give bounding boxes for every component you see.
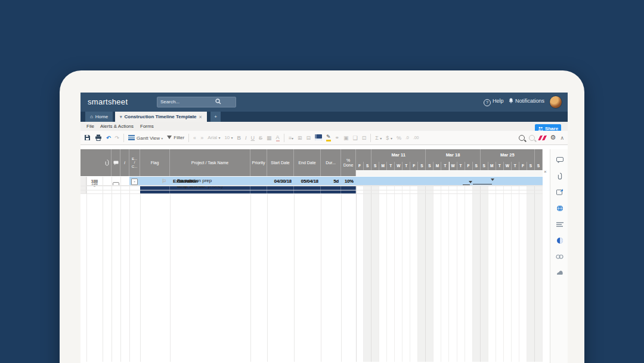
font-size-dropdown[interactable]: 10 ▾ (224, 135, 233, 140)
sum-dropdown[interactable]: Σ ▾ (375, 135, 382, 141)
divider (284, 134, 284, 142)
wrap-text-button[interactable]: ⊞ (298, 135, 302, 141)
collapse-toolbar-icon[interactable]: ∧ (560, 135, 564, 141)
grid-settings-button[interactable] (315, 134, 322, 141)
percent-button[interactable]: % (397, 135, 401, 141)
table-row[interactable]: 164⚐Backfill (80, 177, 543, 186)
gridline (250, 177, 251, 362)
gantt-weekend-stripe (395, 177, 402, 362)
column-header-days[interactable]: Dur... (321, 149, 341, 176)
zoom-in-icon[interactable] (529, 135, 535, 141)
sheet-header: iE.../C...FlagProject / Task NamePriorit… (80, 149, 550, 176)
dynamic-view-icon[interactable] (556, 236, 564, 244)
menu-alerts-actions[interactable]: Alerts & Actions (100, 124, 134, 129)
zoom-out-icon[interactable] (519, 135, 525, 141)
critical-path-icon[interactable] (538, 136, 547, 140)
attachments-icon[interactable] (556, 172, 564, 180)
help-button[interactable]: ?Help (484, 98, 504, 106)
row-number[interactable]: 164 (86, 177, 103, 186)
cell-link-button[interactable]: ⊡ (362, 135, 367, 141)
gantt-close-icon[interactable]: × (544, 169, 549, 174)
column-header-name[interactable]: Project / Task Name (170, 149, 250, 176)
gridline (112, 177, 112, 362)
proofs-icon[interactable] (556, 188, 564, 196)
row-handle[interactable] (80, 177, 86, 186)
column-header-pri[interactable]: Priority (250, 149, 267, 176)
column-header-c1[interactable] (103, 149, 112, 176)
column-header-done[interactable]: % Done (341, 149, 356, 176)
column-header-end[interactable]: End Date (294, 149, 321, 176)
tab-construction-timeline-template[interactable]: ▾ Construction Timeline Template × (115, 112, 207, 122)
highlight-changes-button[interactable]: ✎ (326, 134, 331, 141)
outdent-icon[interactable]: « (193, 135, 196, 141)
gantt-day-header: S (535, 162, 543, 170)
sheet-tab-bar: ⌂Home ▾ Construction Timeline Template ×… (80, 112, 568, 122)
decrease-decimal-button[interactable]: .0 (405, 136, 409, 140)
add-tab-button[interactable]: + (210, 112, 221, 122)
notifications-button[interactable]: Notifications (509, 98, 544, 104)
gantt-week-header: Mar 11 (371, 149, 426, 162)
font-dropdown[interactable]: Arial ▾ (208, 135, 220, 140)
comment-button[interactable]: ❑ (353, 135, 358, 141)
tab-home[interactable]: ⌂Home (85, 112, 113, 122)
activity-log-icon[interactable] (556, 220, 564, 228)
sheet-body: 5PROJECT NO.PROJECT NAMEPRISTARTENDDAYS%… (80, 177, 550, 362)
increase-decimal-button[interactable]: .00 (413, 136, 419, 140)
gantt-day-header: S (418, 162, 426, 170)
gantt-day-header: W (504, 162, 512, 170)
column-header-c2[interactable] (112, 149, 120, 176)
connections-icon[interactable] (556, 253, 564, 260)
filter-button[interactable]: Filter (167, 135, 184, 140)
print-icon[interactable] (95, 134, 102, 141)
summary-icon[interactable] (556, 269, 564, 276)
gantt-week-header: Mar 25 (481, 149, 535, 162)
gantt-weekend-stripe (402, 177, 410, 362)
flag-icon[interactable]: ⚐ (162, 177, 169, 186)
gantt-weekend-stripe (473, 177, 481, 362)
task-name-cell[interactable]: Backfill (170, 177, 250, 186)
strikethrough-button[interactable]: S (259, 135, 262, 141)
gantt-day-header: T (512, 162, 519, 170)
gantt-day-header: T (387, 162, 395, 170)
gantt-weekend-stripe (371, 177, 379, 362)
currency-dropdown[interactable]: $ ▾ (386, 135, 392, 141)
underline-button[interactable]: U (251, 135, 255, 141)
column-header-ec[interactable]: E.../C... (129, 149, 140, 176)
image-button[interactable]: ▣ (343, 135, 349, 141)
gantt-weekend-stripe (519, 177, 527, 362)
gear-icon[interactable]: ⚙ (550, 134, 556, 141)
menu-forms[interactable]: Forms (140, 124, 154, 129)
tab-caret-icon[interactable]: ▾ (120, 115, 122, 119)
user-avatar[interactable] (549, 96, 562, 109)
search-icon[interactable] (215, 99, 221, 104)
undo-icon[interactable]: ↶ (106, 135, 111, 141)
publish-icon[interactable] (556, 204, 564, 212)
redo-icon[interactable]: ↷ (115, 135, 120, 141)
gantt-weekend-stripe (387, 177, 395, 362)
save-icon[interactable] (84, 134, 91, 141)
align-dropdown[interactable]: ≡▾ (289, 135, 293, 141)
search-input[interactable]: Search... (157, 97, 236, 107)
comment-column-icon (113, 161, 119, 165)
conversations-icon[interactable] (556, 156, 564, 164)
italic-button[interactable]: I (245, 135, 247, 141)
gantt-day-header: S (371, 162, 379, 170)
column-header-flag[interactable]: Flag (140, 149, 170, 176)
bold-button[interactable]: B (237, 135, 242, 141)
gridline (120, 177, 121, 362)
menu-file[interactable]: File (86, 124, 94, 129)
merge-button[interactable]: ⊟ (306, 135, 311, 141)
gantt-header-strip (356, 170, 543, 176)
column-header-c3[interactable]: i (120, 149, 129, 176)
text-color-button[interactable]: A (276, 134, 280, 141)
gantt-day-header: M (488, 162, 496, 170)
tab-close-icon[interactable]: × (199, 114, 202, 120)
fill-color-button[interactable]: ▦ (267, 135, 272, 141)
gridline (341, 177, 342, 362)
indent-icon[interactable]: » (200, 135, 203, 141)
gantt-weekend-stripe (410, 177, 418, 362)
menu-bar: File Alerts & Actions Forms (80, 122, 568, 131)
link-button[interactable]: ⚭ (335, 135, 340, 141)
gantt-view-dropdown[interactable]: Gantt View ▾ (128, 135, 163, 141)
column-header-start[interactable]: Start Date (267, 149, 294, 176)
